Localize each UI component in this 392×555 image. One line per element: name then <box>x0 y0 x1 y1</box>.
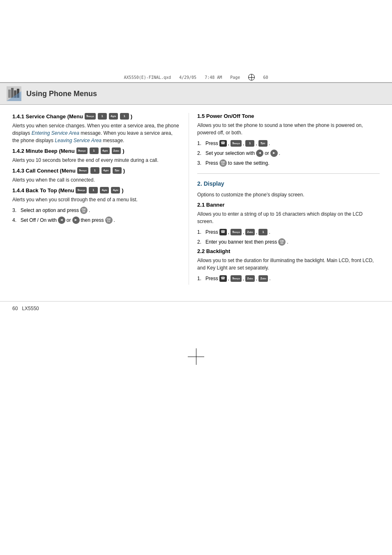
key-9wxyz-c: 9wxyz <box>77 167 88 174</box>
page-wrapper: AX5550(E)-FINAL.qxd 4/29/05 7:48 AM Page… <box>0 0 392 555</box>
bottom-crosshair-area <box>188 348 204 365</box>
right-column: 1.5 Power On/Off Tone Allows you to set … <box>189 113 380 285</box>
step-2-2-1-content: Press ☎ , 9wxyz , 2abc , 2abc . <box>205 275 270 282</box>
heading-1-5-text: 1.5 Power On/Off Tone <box>197 113 254 119</box>
step-1-5-3-content: Press OKDS to save the setting. <box>205 159 269 167</box>
key-9wxyz-2-1: 9wxyz <box>231 229 242 235</box>
key-nav-1-5-2a: ◄ <box>256 150 263 157</box>
section-1-4-1: 1.4.1 Service Change (Menu 9wxyz 1 4ghi … <box>12 113 180 144</box>
key-1-1-5: 1 <box>245 140 254 147</box>
key-phone-2-1: ☎ <box>219 229 227 235</box>
key-1e: 1 <box>89 187 98 193</box>
key-5jkl-1-5: 5jkl <box>258 140 267 147</box>
heading-1-4-4: 1.4.4 Back To Top (Menu 9wxyz 1 4ghi 4gh… <box>12 187 180 193</box>
step-1-5-2-num: 2. <box>197 150 204 157</box>
section-1-4-3: 1.4.3 Call Connect (Menu 9wxyz 1 4ghi 5j… <box>12 167 180 184</box>
step-1-5-3-num: 3. <box>197 159 204 167</box>
step-2-1-2-num: 2. <box>197 238 204 246</box>
text-2: Options to customize the phone's display… <box>197 191 380 198</box>
step-4: 4. Set Off / On with ◄ or ► then press O… <box>12 216 180 224</box>
key-2abc-2-2b: 2abc <box>258 275 268 282</box>
logo-svg <box>7 86 21 101</box>
step-3-content: Select an option and press OKDS . <box>21 207 90 214</box>
step-2-2-1: 1. Press ☎ , 9wxyz , 2abc , 2abc . <box>197 275 380 282</box>
step-4-num: 4. <box>12 216 19 224</box>
step-2-1-1: 1. Press ☎ , 9wxyz , 2abc , 1 . <box>197 228 380 236</box>
registration-mark <box>248 74 255 81</box>
key-9wxyz-d: 9wxyz <box>76 187 87 193</box>
key-ok-step3: OKDS <box>80 207 88 214</box>
page-title: Using Phone Menus <box>26 90 97 98</box>
key-4ghi: 4ghi <box>109 113 118 120</box>
section-1-4-4: 1.4.4 Back To Top (Menu 9wxyz 1 4ghi 4gh… <box>12 187 180 203</box>
step-2-1-2-content: Enter you banner text then press OKDS . <box>205 238 288 246</box>
svg-rect-1 <box>8 90 11 98</box>
heading-2-1: 2.1 Banner <box>197 202 380 208</box>
text-1-5: Allows you to set the phone to sound a t… <box>197 122 380 136</box>
header-bar: Using Phone Menus <box>0 82 392 105</box>
step-2-1-2: 2. Enter you banner text then press OKDS… <box>197 238 380 246</box>
text-1-4-1: Alerts you when service changes. When yo… <box>12 122 180 144</box>
heading-1-4-3: 1.4.3 Call Connect (Menu 9wxyz 1 4ghi 5j… <box>12 167 180 174</box>
text-2-2: Allows you to set the duration for illum… <box>197 257 380 272</box>
section-2-1: 2.1 Banner Allows you to enter a string … <box>197 202 380 246</box>
key-4ghi-e: 4ghi <box>111 187 120 193</box>
key-nav-left: ◄ <box>58 216 65 224</box>
footer: 60 LX5550 <box>0 301 392 315</box>
key-1c: 1 <box>90 147 99 154</box>
key-4ghi-c: 4ghi <box>101 167 111 174</box>
step-2-1-1-content: Press ☎ , 9wxyz , 2abc , 1 . <box>205 228 270 236</box>
key-2abc-2-1: 2abc <box>245 229 255 235</box>
key-ok-2-1-2: OKDS <box>278 238 286 246</box>
left-column: 1.4.1 Service Change (Menu 9wxyz 1 4ghi … <box>12 113 189 285</box>
key-2abc: 2abc <box>112 147 121 154</box>
key-1: 1 <box>98 113 107 120</box>
key-9wxyz-b: 9wxyz <box>76 147 88 154</box>
key-4ghi-b: 4ghi <box>101 147 110 154</box>
filename: AX5550(E)-FINAL.qxd <box>124 75 171 80</box>
top-registration-area: AX5550(E)-FINAL.qxd 4/29/05 7:48 AM Page… <box>0 0 392 82</box>
header-logo <box>7 86 21 101</box>
heading-2-2: 2.2 Backlight <box>197 248 380 254</box>
step-1-5-1-num: 1. <box>197 140 204 147</box>
bottom-horiz-line <box>188 357 204 357</box>
text-1-4-3: Alerts you when the call is connected. <box>12 176 180 184</box>
step-1-5-1: 1. Press ☎ , 9wxyz , 1 , 5jkl . <box>197 140 380 147</box>
key-2abc-2-2a: 2abc <box>245 275 255 282</box>
step-1-5-2: 2. Set your selection with ◄ or ► . <box>197 150 380 157</box>
key-9wxyz: 9wxyz <box>85 113 96 120</box>
key-ok-1-5-3: OKDS <box>219 159 227 167</box>
file-time: 7:48 AM <box>205 75 222 80</box>
text-1-4-2: Alerts you 10 seconds before the end of … <box>12 157 180 164</box>
text-1-4-4: Alerts you when you scroll through the e… <box>12 196 180 203</box>
key-1-2-1: 1 <box>258 229 267 235</box>
svg-rect-2 <box>11 88 14 98</box>
key-9wxyz-2-2: 9wxyz <box>231 275 242 282</box>
heading-1-4-1: 1.4.1 Service Change (Menu 9wxyz 1 4ghi … <box>12 113 180 120</box>
bottom-registration-area <box>0 315 392 398</box>
page-number-header: 60 <box>263 75 268 80</box>
heading-2: 2. Display <box>197 180 380 187</box>
section-2: 2. Display Options to customize the phon… <box>197 180 380 198</box>
heading-1-5: 1.5 Power On/Off Tone <box>197 113 380 119</box>
section-2-2: 2.2 Backlight Allows you to set the dura… <box>197 248 380 282</box>
footer-page-number: 60 <box>12 306 18 311</box>
key-1d: 1 <box>90 167 99 174</box>
page-label: Page <box>230 75 240 80</box>
file-date: 4/29/05 <box>179 75 196 80</box>
step-4-content: Set Off / On with ◄ or ► then press OKDS… <box>21 216 115 224</box>
key-nav-1-5-2b: ► <box>270 150 278 157</box>
step-1-5-3: 3. Press OKDS to save the setting. <box>197 159 380 167</box>
step-2-2-1-num: 1. <box>197 275 204 282</box>
key-phone-1-5: ☎ <box>219 140 227 147</box>
link-entering-service-area: Entering Service Area <box>32 130 79 136</box>
key-nav-right: ► <box>72 216 80 224</box>
section-1-4-2: 1.4.2 Minute Beep (Menu 9wxyz 1 4ghi 2ab… <box>12 147 180 164</box>
step-3: 3. Select an option and press OKDS . <box>12 207 180 214</box>
step-1-5-1-content: Press ☎ , 9wxyz , 1 , 5jkl . <box>205 140 270 147</box>
heading-1-4-2: 1.4.2 Minute Beep (Menu 9wxyz 1 4ghi 2ab… <box>12 147 180 154</box>
step-2-1-1-num: 1. <box>197 228 204 236</box>
content-area: 1.4.1 Service Change (Menu 9wxyz 1 4ghi … <box>0 105 392 293</box>
file-info-bar: AX5550(E)-FINAL.qxd 4/29/05 7:48 AM Page… <box>124 74 268 81</box>
key-1b: 1 <box>120 113 129 120</box>
